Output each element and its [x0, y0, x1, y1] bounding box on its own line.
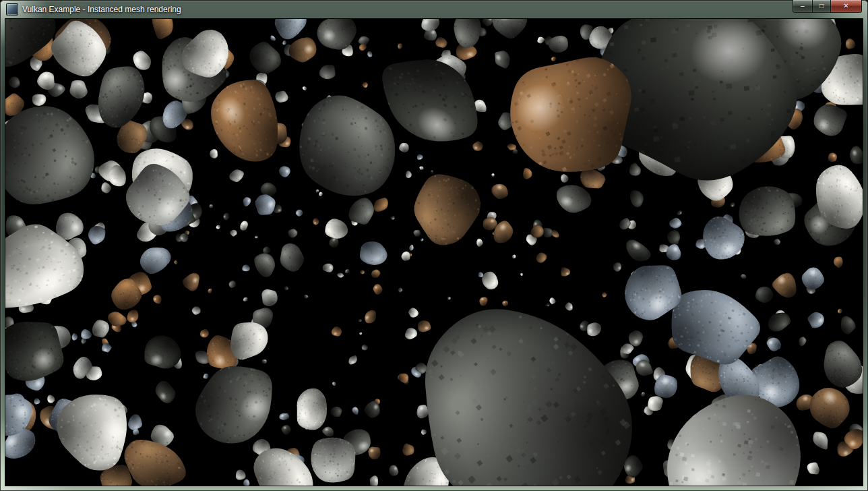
app-icon — [6, 3, 18, 16]
maximize-button[interactable]: □ — [812, 0, 831, 13]
viewport-frame — [5, 18, 863, 486]
minimize-button[interactable]: – — [793, 0, 812, 13]
title-bar[interactable]: Vulkan Example - Instanced mesh renderin… — [0, 0, 868, 19]
render-viewport[interactable] — [5, 19, 863, 486]
close-button[interactable]: ✕ — [831, 0, 862, 13]
window-controls: – □ ✕ — [793, 0, 862, 13]
window-title: Vulkan Example - Instanced mesh renderin… — [22, 0, 181, 19]
app-window: Vulkan Example - Instanced mesh renderin… — [0, 0, 868, 491]
